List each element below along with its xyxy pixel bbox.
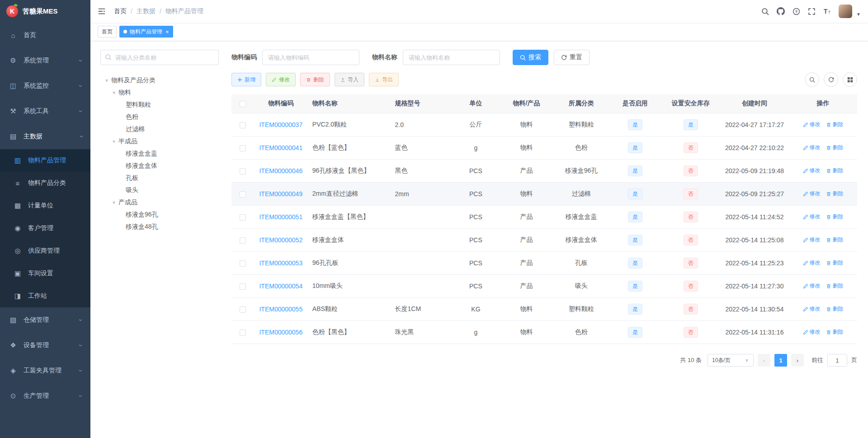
tree-node[interactable]: 移液盒48孔	[100, 221, 219, 233]
tree-node[interactable]: 色粉	[100, 111, 219, 123]
item-code-link[interactable]: ITEM00000054	[259, 283, 302, 290]
font-size-icon[interactable]: TT	[823, 8, 831, 15]
tab-item[interactable]: 首页	[98, 26, 117, 38]
reset-button[interactable]: 重置	[554, 50, 590, 65]
row-checkbox[interactable]	[240, 191, 246, 198]
delete-link[interactable]: 删除	[826, 190, 844, 198]
edit-link[interactable]: 修改	[803, 213, 821, 221]
tree-node[interactable]: ▾物料及产品分类	[100, 74, 219, 86]
delete-link[interactable]: 删除	[826, 282, 844, 290]
tree-node[interactable]: 移液盒盒盖	[100, 147, 219, 160]
tree-node[interactable]: ▾半成品	[100, 135, 219, 147]
item-code-link[interactable]: ITEM00000049	[259, 190, 302, 198]
sidebar-subitem[interactable]: ▥物料产品管理	[0, 149, 90, 172]
tree-node[interactable]: 过滤棉	[100, 123, 219, 135]
tab-active[interactable]: 物料产品管理×	[119, 26, 173, 38]
row-checkbox[interactable]	[240, 283, 246, 290]
next-page-button[interactable]: ›	[791, 354, 804, 367]
tree-node[interactable]: 塑料颗粒	[100, 99, 219, 111]
row-checkbox[interactable]	[240, 214, 246, 221]
row-checkbox[interactable]	[240, 237, 246, 244]
goto-page-input[interactable]	[827, 354, 847, 367]
edit-link[interactable]: 修改	[803, 305, 821, 313]
tree-node[interactable]: ▾物料	[100, 86, 219, 99]
item-code-link[interactable]: ITEM00000051	[259, 213, 302, 221]
row-checkbox[interactable]	[240, 330, 246, 336]
edit-link[interactable]: 修改	[803, 236, 821, 244]
delete-link[interactable]: 删除	[826, 121, 844, 128]
sidebar-item[interactable]: ⊙生产管理›	[0, 383, 90, 409]
fullscreen-icon[interactable]	[808, 8, 816, 15]
select-all-checkbox[interactable]	[240, 101, 246, 107]
edit-link[interactable]: 修改	[803, 282, 821, 290]
sidebar-subitem[interactable]: ▣车间设置	[0, 262, 90, 285]
delete-link[interactable]: 删除	[826, 305, 844, 313]
sidebar-item[interactable]: ◫系统监控›	[0, 73, 90, 99]
sidebar-item[interactable]: ❖设备管理›	[0, 333, 90, 358]
sidebar-subitem[interactable]: ◉客户管理	[0, 217, 90, 240]
edit-link[interactable]: 修改	[803, 259, 821, 267]
toggle-search-button[interactable]	[805, 72, 819, 87]
import-button[interactable]: 导入	[335, 73, 364, 86]
tree-node[interactable]: 移液盒盒体	[100, 160, 219, 172]
tree-node[interactable]: 吸头	[100, 184, 219, 196]
sidebar-item[interactable]: ▧仓储管理›	[0, 307, 90, 333]
search-icon[interactable]	[761, 8, 769, 15]
row-checkbox[interactable]	[240, 260, 246, 267]
item-code-link[interactable]: ITEM00000056	[259, 329, 302, 336]
item-code-link[interactable]: ITEM00000053	[259, 259, 302, 267]
edit-button[interactable]: 修改	[266, 73, 296, 86]
category-search-input[interactable]	[100, 50, 219, 65]
item-code-link[interactable]: ITEM00000041	[259, 144, 302, 151]
caret-down-icon[interactable]: ▼	[856, 12, 861, 18]
delete-link[interactable]: 删除	[826, 328, 844, 336]
row-checkbox[interactable]	[240, 168, 246, 174]
row-checkbox[interactable]	[240, 306, 246, 313]
sidebar-item[interactable]: ⌂首页	[0, 23, 90, 48]
close-icon[interactable]: ×	[165, 29, 169, 35]
delete-link[interactable]: 删除	[826, 167, 844, 174]
sidebar-item[interactable]: ◈工装夹具管理›	[0, 358, 90, 383]
search-button[interactable]: 搜索	[513, 50, 548, 65]
edit-link[interactable]: 修改	[803, 121, 821, 128]
edit-link[interactable]: 修改	[803, 190, 821, 198]
delete-link[interactable]: 删除	[826, 236, 844, 244]
export-button[interactable]: 导出	[369, 73, 399, 86]
page-number-button[interactable]: 1	[774, 354, 787, 367]
item-code-link[interactable]: ITEM00000037	[259, 121, 302, 128]
edit-link[interactable]: 修改	[803, 167, 821, 174]
refresh-button[interactable]	[824, 72, 838, 87]
tree-node[interactable]: 移液盒96孔	[100, 208, 219, 221]
help-icon[interactable]: ?	[793, 8, 800, 15]
item-code-link[interactable]: ITEM00000046	[259, 167, 302, 174]
delete-link[interactable]: 删除	[826, 213, 844, 221]
item-code-input[interactable]	[262, 50, 359, 65]
sidebar-subitem[interactable]: ▦计量单位	[0, 194, 90, 217]
sidebar-subitem[interactable]: ◨工作站	[0, 285, 90, 307]
tree-node[interactable]: ▾产成品	[100, 196, 219, 208]
tree-node[interactable]: 孔板	[100, 172, 219, 184]
prev-page-button[interactable]: ‹	[758, 354, 770, 367]
delete-link[interactable]: 删除	[826, 259, 844, 267]
delete-link[interactable]: 删除	[826, 144, 844, 151]
avatar[interactable]	[839, 5, 852, 18]
add-button[interactable]: 新增	[231, 73, 261, 86]
sidebar-subitem[interactable]: ≡物料产品分类	[0, 172, 90, 194]
page-size-select[interactable]: 10条/页 ▼	[708, 354, 754, 367]
hamburger-icon[interactable]	[98, 7, 106, 15]
row-checkbox[interactable]	[240, 122, 246, 128]
columns-button[interactable]	[843, 72, 857, 87]
github-icon[interactable]	[777, 7, 785, 15]
sidebar-item[interactable]: ▤主数据›	[0, 124, 90, 149]
sidebar-item[interactable]: ⚙系统管理›	[0, 48, 90, 73]
breadcrumb-item[interactable]: 首页	[114, 7, 127, 15]
sidebar-subitem[interactable]: ◎供应商管理	[0, 240, 90, 262]
delete-button[interactable]: 删除	[300, 73, 330, 86]
row-checkbox[interactable]	[240, 145, 246, 151]
edit-link[interactable]: 修改	[803, 328, 821, 336]
app-logo[interactable]: K 苦糖果MES	[0, 0, 90, 23]
sidebar-item[interactable]: ⚒系统工具›	[0, 99, 90, 124]
item-code-link[interactable]: ITEM00000052	[259, 236, 302, 244]
item-name-input[interactable]	[403, 50, 500, 65]
item-code-link[interactable]: ITEM00000055	[259, 306, 302, 313]
